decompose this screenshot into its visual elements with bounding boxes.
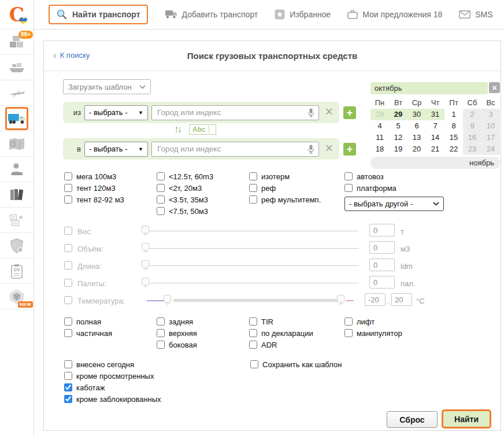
calendar-day[interactable]: 4 [370, 120, 389, 132]
calendar-day[interactable]: 21 [426, 143, 444, 155]
calendar-day[interactable]: 1 [444, 109, 463, 120]
temperature-checkbox[interactable] [64, 296, 72, 304]
filter-checkbox[interactable]: манипулятор [344, 328, 402, 338]
filter-checkbox[interactable]: <3.5т, 35м3 [157, 195, 213, 204]
checkbox-input[interactable] [250, 360, 258, 368]
calendar-day[interactable]: 31 [426, 109, 444, 120]
slider-track[interactable] [145, 265, 359, 266]
calendar-day[interactable]: 18 [370, 143, 389, 155]
filter-checkbox[interactable]: реф мультитемп. [249, 195, 321, 204]
temperature-min-input[interactable] [365, 293, 386, 306]
calendar-day[interactable]: 17 [481, 132, 500, 143]
calendar-close-icon[interactable]: × [489, 82, 500, 93]
sidebar-item-shield[interactable] [0, 233, 34, 258]
filter-checkbox[interactable]: мега 100м3 [64, 172, 124, 181]
from-country-select[interactable]: - выбрать - ▼ [84, 105, 148, 120]
slider-value-input[interactable] [369, 224, 395, 237]
filter-checkbox[interactable]: <12.5т, 60m3 [157, 172, 213, 181]
checkbox-input[interactable] [157, 207, 165, 215]
to-city-input[interactable] [156, 144, 307, 154]
slider-track[interactable] [145, 231, 359, 231]
sidebar-item-cv[interactable]: CV [0, 258, 34, 284]
temperature-range-bar[interactable] [173, 299, 339, 302]
filter-checkbox[interactable]: частичная [64, 328, 112, 338]
calendar-day[interactable]: 15 [444, 132, 463, 143]
filter-checkbox[interactable]: кроме заблокированных [64, 394, 161, 404]
checkbox-input[interactable] [64, 184, 72, 192]
calendar-day[interactable]: 20 [407, 143, 426, 155]
microphone-icon[interactable] [307, 108, 314, 117]
filter-checkbox[interactable]: по декларации [249, 328, 313, 338]
swap-directions-icon[interactable]: ↑↓ [174, 124, 180, 135]
sidebar-item-ads[interactable] [0, 208, 34, 233]
sidebar-item-catalog[interactable] [0, 182, 34, 208]
filter-checkbox[interactable]: TIR [249, 317, 313, 326]
filter-checkbox[interactable]: ADR [249, 340, 313, 349]
calendar-day[interactable]: 12 [389, 132, 407, 143]
slider-checkbox[interactable] [64, 261, 72, 269]
filter-checkbox[interactable]: <2т, 20м3 [157, 183, 213, 193]
checkbox-input[interactable] [249, 341, 257, 349]
calendar-next-month-button[interactable]: ноябрь [370, 157, 500, 169]
filter-checkbox[interactable]: реф [249, 183, 321, 193]
calendar-day[interactable]: 6 [407, 120, 426, 132]
topbar-item-add-transport[interactable]: Добавить транспорт [165, 10, 258, 19]
checkbox-input[interactable] [157, 317, 165, 326]
slider-checkbox[interactable] [64, 227, 72, 235]
filter-checkbox[interactable]: задняя [157, 317, 197, 326]
filter-checkbox[interactable]: внесено сегодня [64, 360, 161, 369]
abc-input-mode-button[interactable]: Abc [189, 124, 216, 135]
topbar-item-sms[interactable]: SMS [459, 10, 492, 19]
checkbox-input[interactable] [157, 329, 165, 337]
temperature-min-thumb[interactable] [164, 295, 171, 302]
filter-checkbox[interactable]: верхняя [157, 328, 197, 338]
calendar-day[interactable]: 23 [463, 143, 481, 155]
calendar-day[interactable]: 19 [389, 143, 407, 155]
sidebar-item-ship[interactable] [0, 55, 34, 80]
filter-checkbox[interactable]: изотерм [249, 172, 321, 181]
temperature-max-thumb[interactable] [337, 295, 344, 302]
clear-to-icon[interactable]: × [325, 142, 333, 155]
checkbox-input[interactable] [64, 360, 72, 368]
filter-checkbox[interactable]: лифт [344, 317, 402, 326]
filter-checkbox[interactable]: тент 120м3 [64, 183, 124, 193]
checkbox-input[interactable] [64, 383, 72, 391]
calendar-day[interactable]: 16 [463, 132, 481, 143]
from-city-input[interactable] [156, 108, 307, 117]
slider-thumb[interactable] [142, 243, 149, 250]
filter-checkbox[interactable]: полная [64, 317, 112, 326]
filter-checkbox[interactable]: боковая [157, 340, 197, 349]
slider-thumb[interactable] [142, 278, 149, 285]
to-country-select[interactable]: - выбрать - ▼ [84, 142, 148, 157]
filter-checkbox[interactable]: тент 82-92 м3 [64, 195, 124, 204]
calendar-day[interactable]: 30 [407, 109, 426, 120]
checkbox-input[interactable] [249, 195, 257, 204]
calendar-day[interactable]: 11 [370, 132, 389, 143]
slider-value-input[interactable] [369, 276, 395, 289]
search-button[interactable]: Найти [442, 409, 491, 428]
sidebar-item-box[interactable]: NEW [0, 284, 34, 309]
slider-value-input[interactable] [369, 258, 395, 271]
checkbox-input[interactable] [249, 184, 257, 192]
checkbox-input[interactable] [249, 317, 257, 326]
calendar-day[interactable]: 2 [463, 109, 481, 120]
checkbox-input[interactable] [249, 329, 257, 337]
topbar-item-favorites[interactable]: Избранное [275, 9, 331, 20]
filter-checkbox[interactable]: <7.5т, 50м3 [157, 206, 213, 216]
checkbox-input[interactable] [64, 317, 72, 326]
calendar-day[interactable]: 5 [389, 120, 407, 132]
clear-from-icon[interactable]: × [325, 105, 333, 119]
checkbox-input[interactable] [344, 172, 353, 180]
reset-button[interactable]: Сброс [387, 411, 438, 428]
slider-thumb[interactable] [142, 260, 149, 268]
slider-thumb[interactable] [142, 226, 149, 233]
sidebar-item-cargo-search[interactable]: 99+ [0, 29, 34, 55]
checkbox-input[interactable] [157, 195, 165, 204]
checkbox-input[interactable] [344, 184, 353, 192]
filter-checkbox[interactable]: кроме просмотренных [64, 371, 161, 380]
checkbox-input[interactable] [64, 395, 72, 403]
calendar-day[interactable]: 29 [389, 109, 407, 120]
topbar-item-find-transport[interactable]: Найти транспорт [49, 5, 148, 24]
save-as-template-checkbox[interactable]: Сохранить как шаблон [250, 360, 342, 369]
calendar-day[interactable]: 9 [463, 120, 481, 132]
